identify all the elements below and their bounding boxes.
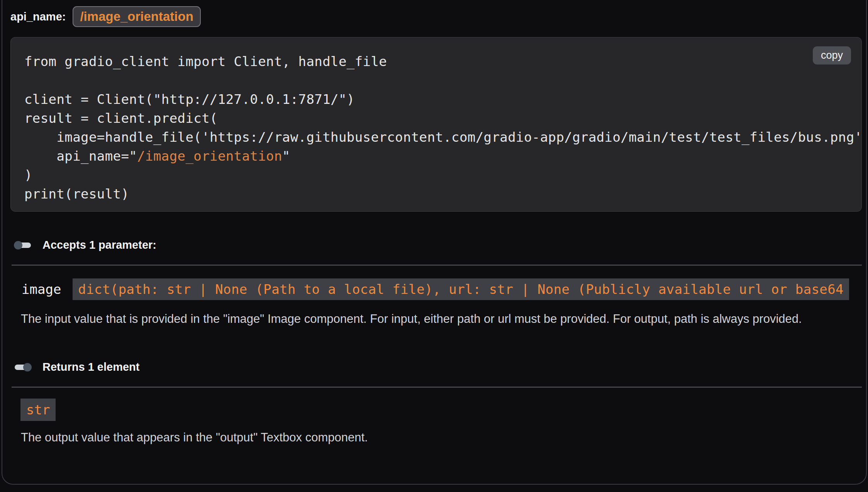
accepts-section-heading: Accepts 1 parameter: — [14, 239, 866, 251]
return-type-badge: str — [20, 399, 56, 421]
api-name-header: api_name: /image_orientation — [10, 6, 866, 27]
code-line: client = Client("http://127.0.0.1:7871/"… — [24, 90, 861, 109]
parameter-description: The input value that is provided in the … — [21, 307, 839, 331]
code-line — [24, 71, 861, 90]
parameter-name: image — [22, 282, 61, 297]
parameter-input-icon — [14, 241, 33, 250]
code-line: ) — [24, 166, 861, 185]
api-name-label: api_name: — [10, 10, 66, 23]
code-line: api_name="/image_orientation" — [24, 147, 861, 166]
code-snippet-block: from gradio_client import Client, handle… — [10, 37, 862, 212]
code-line: print(result) — [24, 185, 861, 204]
returns-section-heading: Returns 1 element — [14, 361, 866, 373]
copy-button[interactable]: copy — [813, 46, 851, 64]
accepts-heading-text: Accepts 1 parameter: — [42, 239, 156, 251]
code-content: from gradio_client import Client, handle… — [24, 52, 861, 204]
code-line: result = client.predict( — [24, 109, 861, 128]
returns-heading-text: Returns 1 element — [42, 361, 139, 373]
section-divider — [12, 387, 862, 388]
section-divider — [12, 265, 862, 266]
parameter-type-badge: dict(path: str | None (Path to a local f… — [73, 278, 849, 300]
api-endpoint-card: api_name: /image_orientation from gradio… — [2, 0, 867, 485]
code-line: image=handle_file('https://raw.githubuse… — [24, 128, 861, 147]
parameter-row: image dict(path: str | None (Path to a l… — [22, 278, 866, 300]
return-output-icon — [14, 363, 33, 372]
output-description: The output value that appears in the "ou… — [21, 426, 866, 449]
code-line: from gradio_client import Client, handle… — [24, 52, 861, 71]
api-endpoint-badge: /image_orientation — [73, 6, 200, 27]
